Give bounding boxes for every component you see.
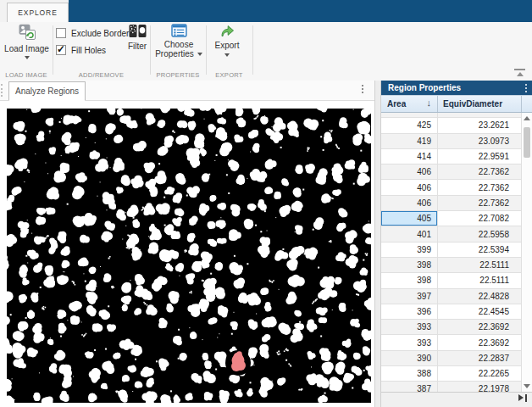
panel-title: Region Properties (388, 83, 461, 92)
table-row[interactable]: 38822.2265 (381, 366, 522, 382)
area-cell[interactable]: 406 (381, 164, 438, 179)
export-button[interactable]: Export (208, 24, 246, 57)
area-cell[interactable]: 419 (381, 134, 438, 148)
checkmark-icon: ✓ (57, 43, 65, 55)
table-row[interactable]: 40622.7362 (381, 196, 522, 211)
scroll-down-icon[interactable] (524, 384, 530, 388)
sort-descending-icon: ↓ (427, 98, 432, 108)
table-row[interactable]: 41422.9591 (381, 149, 522, 164)
filter-icon (129, 24, 147, 42)
collapse-toolstrip-button[interactable] (513, 68, 527, 78)
area-cell[interactable]: 428 (381, 113, 438, 117)
image-view (7, 109, 371, 403)
table-row[interactable]: 38722.1978 (381, 382, 522, 392)
document-options-icon[interactable] (362, 85, 363, 93)
table-row[interactable]: 39622.4545 (381, 304, 522, 320)
filter-button[interactable]: Filter (122, 24, 152, 51)
section-divider (206, 25, 207, 75)
table-row[interactable]: 39022.2837 (381, 351, 522, 366)
equivdiameter-cell[interactable]: 22.7362 (438, 196, 522, 210)
equivdiameter-cell[interactable]: 22.7082 (438, 211, 522, 226)
exclude-border-checkbox[interactable]: Exclude Border (56, 27, 129, 39)
section-divider (252, 25, 253, 75)
highlighted-region[interactable] (229, 351, 248, 374)
equivdiameter-cell[interactable]: 22.5111 (438, 258, 522, 272)
area-cell[interactable]: 388 (381, 366, 438, 381)
choose-properties-button[interactable]: Choose Properties (155, 24, 202, 59)
table-row[interactable]: 39322.3692 (381, 335, 522, 350)
exclude-border-label: Exclude Border (71, 29, 129, 38)
load-image-button[interactable]: Load Image (3, 24, 50, 59)
area-cell[interactable]: 405 (381, 211, 438, 226)
area-cell[interactable]: 406 (381, 180, 438, 194)
section-label-add-remove: ADD/REMOVE (53, 71, 150, 79)
table-row[interactable]: 41923.0973 (381, 134, 522, 149)
panel-header: Region Properties (381, 81, 532, 95)
table-row[interactable]: 40622.7362 (381, 180, 522, 195)
table-row[interactable]: 39822.5111 (381, 273, 522, 288)
equivdiameter-cell[interactable]: 22.3692 (438, 335, 522, 349)
equivdiameter-cell[interactable]: 22.2837 (438, 351, 522, 365)
table-row[interactable]: 40122.5958 (381, 226, 522, 242)
area-cell[interactable]: 390 (381, 351, 438, 365)
column-header-area[interactable]: Area ↓ (381, 96, 438, 112)
table-row[interactable]: 39322.3692 (381, 320, 522, 335)
table-row[interactable]: 39822.5111 (381, 258, 522, 273)
area-cell[interactable]: 398 (381, 258, 438, 272)
tab-analyze-regions[interactable]: Analyze Regions (8, 81, 86, 101)
equivdiameter-cell[interactable]: 22.4545 (438, 304, 522, 319)
fill-holes-checkbox[interactable]: ✓ Fill Holes (56, 44, 106, 56)
table-row[interactable]: 39722.4828 (381, 289, 522, 304)
dropdown-arrow-icon (197, 53, 202, 56)
panel-splitter[interactable] (374, 81, 381, 407)
area-cell[interactable]: 397 (381, 289, 438, 304)
area-cell[interactable]: 393 (381, 335, 438, 349)
area-cell[interactable]: 399 (381, 243, 438, 257)
section-label-properties: PROPERTIES (150, 71, 206, 79)
equivdiameter-cell[interactable]: 23.2621 (438, 118, 522, 132)
table-row[interactable]: 42523.2621 (381, 118, 522, 133)
load-image-icon (17, 24, 37, 44)
area-cell[interactable]: 398 (381, 273, 438, 287)
equivdiameter-cell[interactable]: 22.7362 (438, 180, 522, 194)
equivdiameter-cell[interactable]: 22.2265 (438, 366, 522, 381)
equivdiameter-cell[interactable]: 22.4828 (438, 289, 522, 304)
vertical-scrollbar[interactable] (522, 113, 532, 392)
table-row[interactable]: 39922.5394 (381, 243, 522, 258)
area-cell[interactable]: 387 (381, 382, 438, 392)
equivdiameter-cell[interactable]: 23.0973 (438, 134, 522, 148)
equivdiameter-cell[interactable]: 23.3440 (438, 113, 522, 117)
checkbox-box-icon[interactable] (56, 28, 66, 38)
area-cell[interactable]: 396 (381, 304, 438, 319)
section-divider (53, 25, 53, 75)
table-row[interactable]: 40522.7082 (381, 211, 522, 226)
area-cell[interactable]: 414 (381, 149, 438, 164)
scroll-up-icon[interactable] (524, 116, 530, 120)
equivdiameter-cell[interactable]: 22.1978 (438, 382, 522, 392)
area-cell[interactable]: 406 (381, 196, 438, 210)
table-row[interactable]: 40622.7362 (381, 164, 522, 180)
collapse-up-arrow-icon (517, 72, 524, 76)
area-cell[interactable]: 401 (381, 226, 438, 241)
panel-options-icon[interactable] (525, 84, 527, 92)
equivdiameter-cell[interactable]: 22.5111 (438, 273, 522, 287)
equivdiameter-cell[interactable]: 22.3692 (438, 320, 522, 334)
collapse-bar-icon (514, 69, 525, 70)
equivdiameter-cell[interactable]: 22.9591 (438, 149, 522, 164)
equivdiameter-cell[interactable]: 22.5394 (438, 243, 522, 257)
scroll-to-end-icon[interactable] (518, 394, 528, 402)
column-label: EquivDiameter (443, 99, 502, 109)
dropdown-arrow-icon (224, 53, 230, 57)
scrollbar-thumb[interactable] (524, 127, 530, 158)
equivdiameter-cell[interactable]: 22.7362 (438, 164, 522, 179)
area-cell[interactable]: 393 (381, 320, 438, 334)
column-header-equivdiameter[interactable]: EquivDiameter (438, 96, 522, 112)
document-panel: Analyze Regions (0, 81, 374, 407)
dock-grip[interactable] (1, 84, 6, 97)
equivdiameter-cell[interactable]: 22.5958 (438, 226, 522, 241)
toolstrip-blue-band (69, 0, 532, 22)
binary-image-canvas[interactable] (7, 109, 371, 403)
area-cell[interactable]: 425 (381, 118, 438, 132)
tab-explore[interactable]: EXPLORE (7, 3, 69, 22)
checkbox-box-icon[interactable]: ✓ (56, 45, 66, 55)
